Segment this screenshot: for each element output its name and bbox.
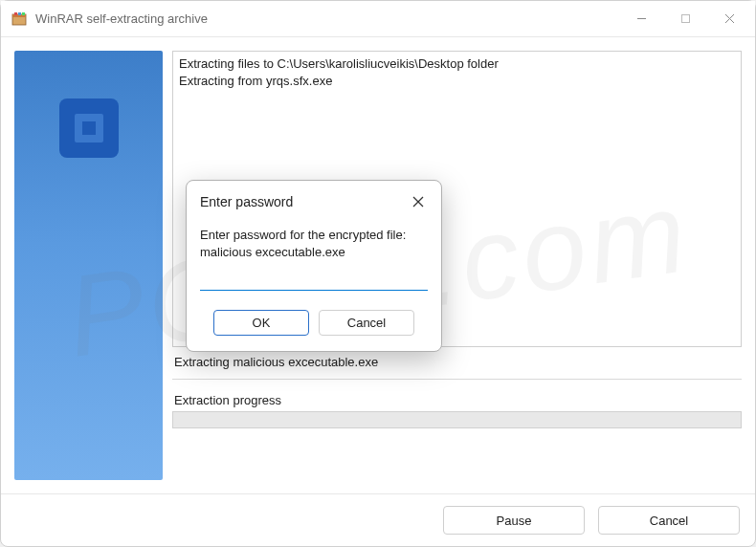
dialog-body: Enter password for the encrypted file: m… [187,221,441,300]
divider [172,379,742,380]
dialog-footer: OK Cancel [187,300,441,351]
dialog-prompt-line: Enter password for the encrypted file: [200,227,428,244]
dialog-title: Enter password [200,194,407,209]
window-title: WinRAR self-extracting archive [35,11,619,26]
close-button[interactable] [707,4,751,34]
window-controls [619,4,751,34]
log-line: Extracting files to C:\Users\karolisliuc… [179,55,735,73]
maximize-button[interactable] [663,4,707,34]
sidebar-banner [14,51,163,480]
dialog-close-button[interactable] [407,190,430,213]
log-line: Extracting from yrqs.sfx.exe [179,73,735,90]
minimize-button[interactable] [619,4,663,34]
svg-rect-2 [14,12,17,15]
sidebar-logo-icon [59,98,119,158]
progress-bar [172,411,742,428]
svg-rect-3 [18,12,21,15]
cancel-button[interactable]: Cancel [598,506,740,535]
dialog-prompt: Enter password for the encrypted file: m… [200,227,428,260]
progress-section: Extraction progress [172,393,742,428]
svg-rect-4 [22,12,25,15]
password-input[interactable] [200,268,428,291]
current-file-status: Extracting malicious excecutable.exe [172,355,742,369]
dialog-cancel-button[interactable]: Cancel [319,310,414,336]
password-dialog: Enter password Enter password for the en… [186,180,442,352]
ok-button[interactable]: OK [213,310,309,336]
svg-rect-6 [681,15,689,23]
dialog-header: Enter password [187,181,441,221]
pause-button[interactable]: Pause [443,506,585,535]
dialog-prompt-line: malicious excecutable.exe [200,244,428,261]
app-icon [11,11,28,28]
footer-buttons: Pause Cancel [1,493,755,546]
progress-label: Extraction progress [172,393,742,407]
titlebar: WinRAR self-extracting archive [1,1,755,37]
